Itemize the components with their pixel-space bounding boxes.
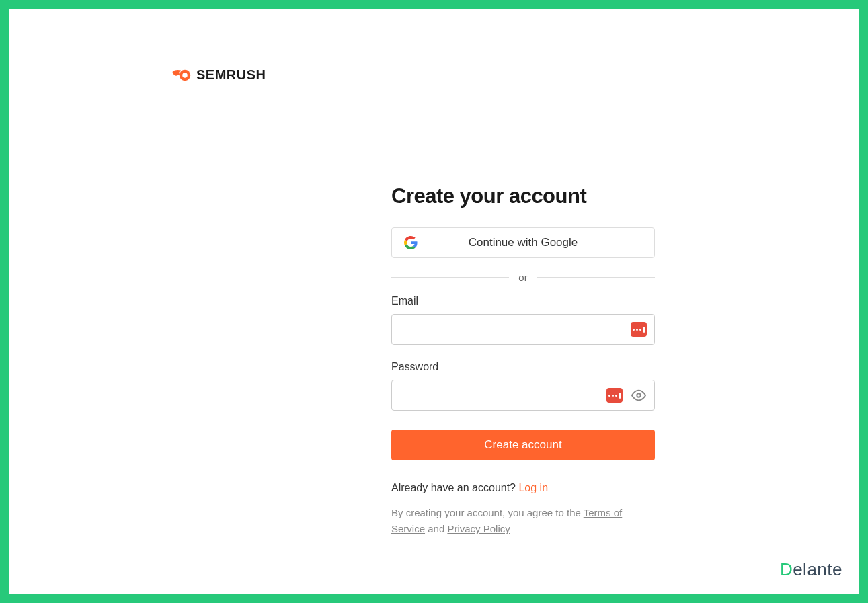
svg-point-2 [637, 393, 641, 397]
password-manager-icon[interactable] [631, 322, 647, 337]
divider-line-right [537, 277, 655, 278]
password-label: Password [391, 361, 655, 373]
privacy-policy-link[interactable]: Privacy Policy [447, 523, 510, 534]
email-field[interactable] [391, 314, 655, 345]
terms-prefix: By creating your account, you agree to t… [391, 507, 584, 518]
page-title: Create your account [391, 184, 655, 208]
create-account-button[interactable]: Create account [391, 430, 655, 460]
semrush-flame-icon [171, 68, 191, 83]
google-icon [404, 236, 418, 249]
login-link[interactable]: Log in [518, 482, 548, 493]
continue-with-google-button[interactable]: Continue with Google [391, 227, 655, 258]
signup-form: Create your account Continue with Google… [391, 184, 655, 537]
email-label: Email [391, 295, 655, 307]
terms-and: and [425, 523, 447, 534]
divider: or [391, 272, 655, 283]
login-prompt-text: Already have an account? [391, 482, 518, 493]
page-frame: SEMRUSH Create your account Continue wit… [0, 0, 868, 603]
divider-line-left [391, 277, 509, 278]
google-button-label: Continue with Google [469, 236, 578, 249]
login-prompt-row: Already have an account? Log in [391, 482, 655, 494]
toggle-password-visibility-icon[interactable] [631, 387, 647, 403]
delante-d: D [780, 559, 793, 579]
email-input-wrapper [391, 314, 655, 345]
password-manager-icon[interactable] [606, 388, 623, 403]
delante-rest: elante [793, 559, 842, 579]
delante-watermark: Delante [780, 559, 842, 580]
divider-text: or [518, 272, 527, 283]
svg-point-1 [182, 73, 188, 78]
terms-row: By creating your account, you agree to t… [391, 505, 655, 537]
brand-logo: SEMRUSH [171, 67, 266, 83]
brand-name: SEMRUSH [196, 67, 266, 83]
password-input-wrapper [391, 380, 655, 411]
